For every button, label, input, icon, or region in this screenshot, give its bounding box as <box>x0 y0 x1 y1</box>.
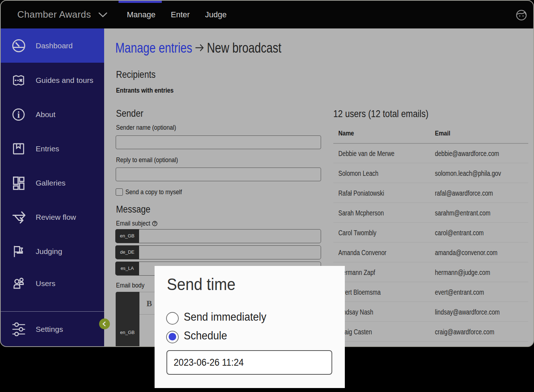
svg-text:?: ? <box>153 221 156 226</box>
svg-text:i: i <box>17 110 20 119</box>
